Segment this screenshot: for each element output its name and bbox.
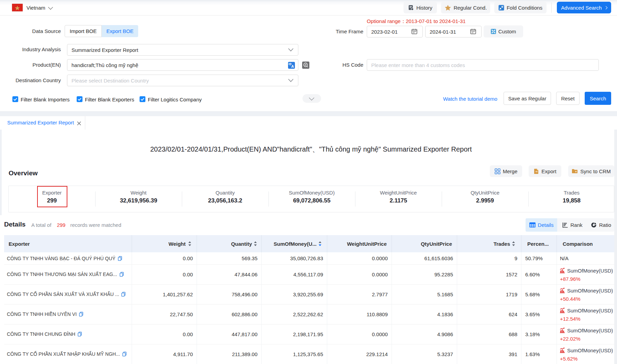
svg-text:A: A — [291, 64, 294, 68]
